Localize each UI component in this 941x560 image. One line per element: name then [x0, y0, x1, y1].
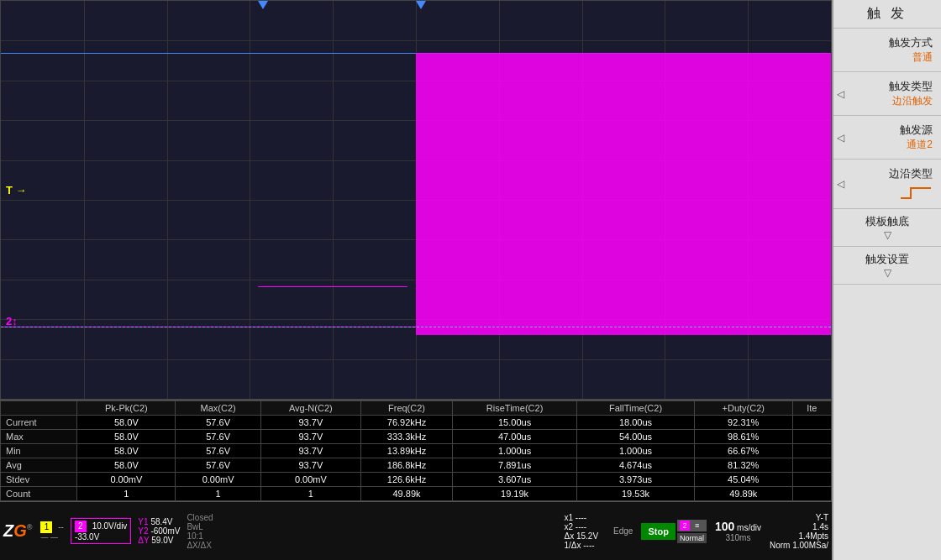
table-header-cell: Freq(C2)	[360, 401, 452, 416]
table-body: Current58.0V57.6V93.7V76.92kHz15.00us18.…	[1, 416, 832, 501]
trigger-type-label: 触发类型	[889, 79, 933, 94]
table-cell: Min	[1, 444, 77, 458]
status-right: x1 ---- x2 ---- Δx 15.2V 1/Δx ---- Edge …	[564, 513, 828, 550]
main-area: T → 2↕ Pk-Pk(C2)Max(C2)Avg-N(C2)Freq(C2)…	[0, 0, 832, 560]
table-cell: 0.00mV	[260, 473, 360, 487]
sidebar-item-trigger-settings[interactable]: 触发设置 ▽	[833, 247, 941, 285]
table-cell	[792, 487, 831, 501]
table-row: Max58.0V57.6V93.7V333.3kHz47.00us54.00us…	[1, 430, 832, 444]
table-cell: 13.89kHz	[360, 444, 452, 458]
ch2-indicator: 2	[75, 521, 87, 532]
trigger-marker: T →	[6, 184, 27, 196]
table-cell: Stdev	[1, 473, 77, 487]
table-row: Min58.0V57.6V93.7V13.89kHz1.000us1.000us…	[1, 444, 832, 458]
trigger-settings-arrow: ▽	[842, 267, 933, 279]
sidebar-item-trigger-source[interactable]: ◁ 触发源 通道2	[833, 116, 941, 160]
trigger-type-arrow: ◁	[837, 88, 844, 100]
cursor2-marker	[416, 1, 426, 9]
table-cell: 0.00mV	[77, 473, 176, 487]
table-cell	[792, 458, 831, 473]
table-cell: 57.6V	[176, 416, 260, 430]
stop-normal-group: Stop 2 ≡ Normal	[641, 520, 706, 543]
table-cell: 92.31%	[694, 416, 792, 430]
grid-v-2	[167, 1, 168, 399]
ch2-label: 2↕	[6, 315, 18, 327]
cursor1-marker	[258, 1, 268, 9]
table-cell: 47.00us	[453, 430, 577, 444]
measurement-table: Pk-Pk(C2)Max(C2)Avg-N(C2)Freq(C2)RiseTim…	[0, 400, 832, 501]
template-trigger-arrow: ▽	[842, 229, 933, 241]
table-header-row: Pk-Pk(C2)Max(C2)Avg-N(C2)Freq(C2)RiseTim…	[1, 401, 832, 416]
table-header-cell: Ite	[792, 401, 831, 416]
template-trigger-label: 模板触底	[842, 214, 933, 229]
table-cell: 45.04%	[694, 473, 792, 487]
sidebar-item-template-trigger[interactable]: 模板触底 ▽	[833, 209, 941, 247]
table-header-cell: Pk-Pk(C2)	[77, 401, 176, 416]
table-cell	[792, 416, 831, 430]
edge-type-arrow: ◁	[837, 178, 844, 190]
sidebar-item-trigger-mode[interactable]: 触发方式 普通	[833, 29, 941, 72]
signal-step	[258, 286, 407, 287]
edge-label: Edge	[613, 526, 633, 536]
trigger-source-label: 触发源	[900, 123, 933, 138]
table-row: Current58.0V57.6V93.7V76.92kHz15.00us18.…	[1, 416, 832, 430]
table-header-cell: RiseTime(C2)	[453, 401, 577, 416]
table-cell: 76.92kHz	[360, 416, 452, 430]
table-cell: 1	[176, 487, 260, 501]
table-cell: 126.6kHz	[360, 473, 452, 487]
table-cell: 3.973us	[577, 473, 695, 487]
table-cell: 19.19k	[453, 487, 577, 501]
ch1-indicator: 1	[40, 521, 52, 533]
table-row: Stdev0.00mV0.00mV0.00mV126.6kHz3.607us3.…	[1, 473, 832, 487]
table-cell: Avg	[1, 458, 77, 473]
table-header-cell: FallTime(C2)	[577, 401, 695, 416]
logo: ZG®	[3, 521, 32, 541]
sidebar-item-edge-type[interactable]: ◁ 边沿类型	[833, 160, 941, 209]
table-cell: 58.0V	[77, 430, 176, 444]
sidebar-title: 触 发	[833, 0, 941, 29]
table-header-cell	[1, 401, 77, 416]
table-cell: Count	[1, 487, 77, 501]
table-cell: 93.7V	[260, 458, 360, 473]
stop-button[interactable]: Stop	[641, 523, 675, 540]
table-cell: Current	[1, 416, 77, 430]
timebase-info: 100 ms/div 310ms	[715, 520, 761, 542]
table-cell: 333.3kHz	[360, 430, 452, 444]
table-row: Avg58.0V57.6V93.7V186.8kHz7.891us4.674us…	[1, 458, 832, 473]
table-cell: 1	[77, 487, 176, 501]
grid-v-3	[250, 1, 250, 399]
signal-burst-region	[416, 53, 831, 336]
trigger-mode-value: 普通	[912, 50, 933, 65]
sidebar: 触 发 触发方式 普通 ◁ 触发类型 边沿触发 ◁ 触发源 通道2 ◁ 边沿类型…	[832, 0, 941, 560]
table-cell	[792, 473, 831, 487]
table-cell: 18.00us	[577, 416, 695, 430]
table-cell: 98.61%	[694, 430, 792, 444]
table-header-cell: Max(C2)	[176, 401, 260, 416]
table-cell: 58.0V	[77, 444, 176, 458]
table-row: Count11149.89k19.19k19.53k49.89k	[1, 487, 832, 501]
trigger-source-value: 通道2	[907, 138, 933, 152]
ch2-small-indicator: 2	[680, 521, 690, 531]
table-header-cell: +Duty(C2)	[694, 401, 792, 416]
trigger-mode-label: 触发方式	[889, 35, 933, 50]
table-cell: 3.607us	[453, 473, 577, 487]
waveform-area: T → 2↕	[0, 0, 832, 400]
table-cell	[792, 430, 831, 444]
table-cell: 1.000us	[577, 444, 695, 458]
ch2-misc: Closed BwL 10:1 ΔX/ΔX	[187, 513, 213, 550]
table-cell: 57.6V	[176, 430, 260, 444]
table-cell: 93.7V	[260, 416, 360, 430]
table-cell: 66.67%	[694, 444, 792, 458]
table-cell: 49.89k	[694, 487, 792, 501]
ch2-status-block: 2 10.0V/div -33.0V	[71, 518, 131, 544]
sidebar-item-trigger-type[interactable]: ◁ 触发类型 边沿触发	[833, 72, 941, 116]
grid-v-4	[333, 1, 334, 399]
table-cell: 81.32%	[694, 458, 792, 473]
table-cell: 0.00mV	[176, 473, 260, 487]
normal-label: Normal	[677, 533, 707, 543]
table-cell	[792, 444, 831, 458]
normal-indicator: 2 ≡ Normal	[677, 520, 707, 543]
table-cell: 4.674us	[577, 458, 695, 473]
table-cell: 7.891us	[453, 458, 577, 473]
table-cell: 93.7V	[260, 444, 360, 458]
